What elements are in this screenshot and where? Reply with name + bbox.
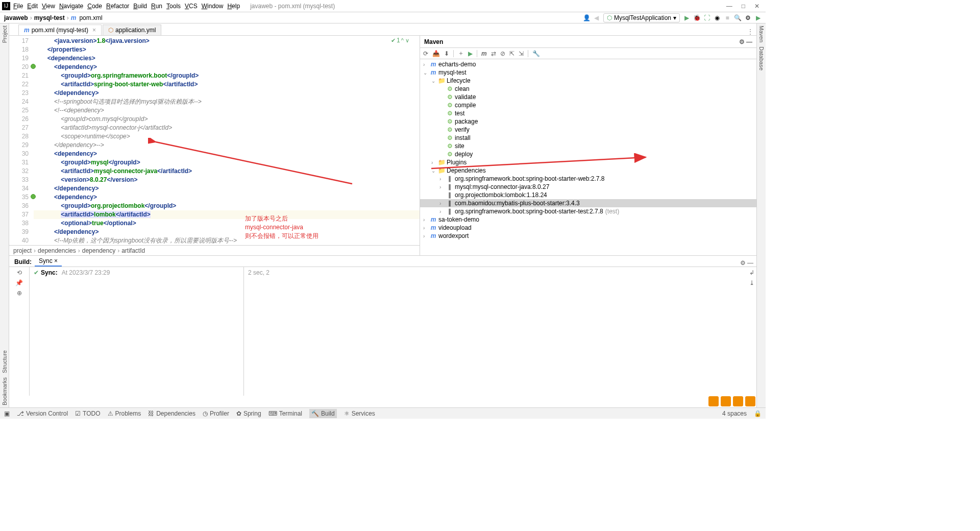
status-tool-terminal[interactable]: ⌨Terminal xyxy=(268,409,302,418)
tree-item[interactable]: ⚙site xyxy=(420,142,756,150)
build-tree[interactable]: ✔ Sync: At 2023/3/7 23:29 xyxy=(30,267,244,396)
restart-icon[interactable]: ⟲ xyxy=(17,269,22,276)
tree-item[interactable]: ∥org.projectlombok:lombok:1.18.24 xyxy=(420,191,756,199)
generate-icon[interactable]: 📥 xyxy=(432,50,440,57)
status-tool-profiler[interactable]: ◷Profiler xyxy=(203,409,229,418)
status-tool-dependencies[interactable]: ⛓Dependencies xyxy=(148,409,195,418)
menu-item[interactable]: Run xyxy=(151,3,162,10)
lock-icon[interactable]: 🔒 xyxy=(754,410,762,417)
tree-item[interactable]: ⚙validate xyxy=(420,93,756,101)
tree-item[interactable]: ⚙clean xyxy=(420,85,756,93)
add-icon[interactable]: ＋ xyxy=(458,49,464,58)
menu-item[interactable]: File xyxy=(13,3,23,10)
inspection-widget[interactable]: ✔ 1 ^ ∨ xyxy=(391,37,409,44)
minimize-icon[interactable]: — xyxy=(726,3,732,10)
breadcrumb-item[interactable]: pom.xml xyxy=(79,14,102,21)
close-icon[interactable]: ✕ xyxy=(754,3,760,10)
download-icon[interactable]: ⬇ xyxy=(444,50,449,57)
gear-icon[interactable]: ⚙ — xyxy=(739,38,752,45)
tree-item[interactable]: ›mwordexport xyxy=(420,232,756,240)
menu-item[interactable]: Window xyxy=(202,3,224,10)
editor-tab[interactable]: m pom.xml (mysql-test) × xyxy=(18,25,102,35)
tree-item[interactable]: ›∥org.springframework.boot:spring-boot-s… xyxy=(420,207,756,215)
tree-item[interactable]: ⌄📁Dependencies xyxy=(420,166,756,175)
menu-item[interactable]: Help xyxy=(227,3,240,10)
tree-item[interactable]: ⚙verify xyxy=(420,126,756,134)
build-output[interactable]: 2 sec, 2 ↲ ⤓ xyxy=(244,267,756,396)
status-tool-services[interactable]: ⚛Services xyxy=(344,409,375,418)
tree-item[interactable]: ⌄📁Lifecycle xyxy=(420,77,756,85)
structure-tool-button[interactable]: Structure xyxy=(2,348,8,375)
coverage-icon[interactable]: ⛶ xyxy=(703,14,710,21)
tree-item[interactable]: ⚙install xyxy=(420,134,756,142)
target-icon[interactable]: ⊕ xyxy=(17,289,22,297)
status-tool-version control[interactable]: ⎇Version Control xyxy=(17,409,68,418)
tree-item[interactable]: ⌄mmysql-test xyxy=(420,68,756,77)
database-tool-button[interactable]: Database xyxy=(758,44,765,73)
play-icon[interactable]: ▶ xyxy=(754,14,762,21)
maven-icon[interactable]: m xyxy=(481,50,487,57)
tree-item[interactable]: ⚙test xyxy=(420,109,756,117)
build-tab-sync[interactable]: Sync × xyxy=(35,256,62,267)
maximize-icon[interactable]: □ xyxy=(742,3,745,10)
back-icon[interactable]: ◀ xyxy=(593,14,600,21)
wrench-icon[interactable]: 🔧 xyxy=(532,50,540,57)
status-tool-spring[interactable]: ✿Spring xyxy=(236,409,261,418)
status-tool-build[interactable]: 🔨Build xyxy=(309,409,337,418)
menu-item[interactable]: Tools xyxy=(166,3,181,10)
gear-icon[interactable]: ⚙ xyxy=(744,14,751,21)
tree-item[interactable]: ›∥org.springframework.boot:spring-boot-s… xyxy=(420,175,756,183)
maven-tool-button[interactable]: Maven xyxy=(758,23,765,44)
bookmarks-tool-button[interactable]: Bookmarks xyxy=(2,375,8,407)
user-icon[interactable]: 👤 xyxy=(583,14,590,21)
tree-item[interactable]: ›msa-token-demo xyxy=(420,215,756,224)
crumb-item[interactable]: project xyxy=(13,247,32,254)
tab-menu-icon[interactable]: ⋮ xyxy=(744,28,756,35)
crumb-item[interactable]: dependencies xyxy=(38,247,76,254)
breadcrumb-item[interactable]: javaweb xyxy=(4,14,28,21)
menu-item[interactable]: Edit xyxy=(27,3,38,10)
menu-item[interactable]: Navigate xyxy=(59,3,83,10)
expand-icon[interactable]: ⇱ xyxy=(509,50,514,57)
toggle-icon[interactable]: ⇄ xyxy=(491,50,496,57)
reload-icon[interactable]: ⟳ xyxy=(423,50,428,57)
status-tool-todo[interactable]: ☑TODO xyxy=(75,409,100,418)
tool-window-icon[interactable]: ▣ xyxy=(4,410,10,417)
debug-icon[interactable]: 🐞 xyxy=(693,14,700,21)
menu-item[interactable]: Code xyxy=(87,3,102,10)
run-config-selector[interactable]: ⬡ MysqlTestApplication ▾ xyxy=(603,13,680,22)
offline-icon[interactable]: ⊘ xyxy=(500,50,505,57)
indent-status[interactable]: 4 spaces xyxy=(722,410,747,417)
menu-item[interactable]: Refactor xyxy=(106,3,129,10)
wrap-icon[interactable]: ↲ xyxy=(749,269,754,276)
pin-icon[interactable]: 📌 xyxy=(15,279,23,286)
tree-item[interactable]: ›mecharts-demo xyxy=(420,60,756,68)
editor-tab[interactable]: ⬡ application.yml xyxy=(103,25,161,35)
menu-item[interactable]: VCS xyxy=(185,3,198,10)
tree-item[interactable]: ›📁Plugins xyxy=(420,158,756,166)
menu-item[interactable]: View xyxy=(42,3,55,10)
code-editor[interactable]: 1718192021222324252627282930313233343536… xyxy=(9,36,420,255)
code-content[interactable]: <java.version>1.8</java.version> </prope… xyxy=(34,36,420,245)
project-tool-button[interactable]: Project xyxy=(2,23,8,45)
status-tool-problems[interactable]: ⚠Problems xyxy=(108,409,141,418)
gear-icon[interactable]: ⚙ — xyxy=(737,259,756,267)
run-icon[interactable]: ▶ xyxy=(683,14,690,21)
profiler-icon[interactable]: ◉ xyxy=(714,14,721,21)
crumb-item[interactable]: dependency xyxy=(82,247,115,254)
scroll-icon[interactable]: ⤓ xyxy=(749,279,754,286)
menu-item[interactable]: Build xyxy=(133,3,147,10)
tree-item[interactable]: ⚙package xyxy=(420,117,756,126)
breadcrumb-item[interactable]: mysql-test xyxy=(34,14,65,21)
tree-item[interactable]: ›∥com.baomidou:mybatis-plus-boot-starter… xyxy=(420,199,756,207)
maven-tree[interactable]: ›mecharts-demo⌄mmysql-test⌄📁Lifecycle⚙cl… xyxy=(420,59,756,255)
run-icon[interactable]: ▶ xyxy=(468,50,473,57)
collapse-icon[interactable]: ⇲ xyxy=(519,50,524,57)
tree-item[interactable]: ›mvideoupload xyxy=(420,224,756,232)
tree-item[interactable]: ⚙deploy xyxy=(420,150,756,158)
close-tab-icon[interactable]: × xyxy=(92,27,96,34)
search-icon[interactable]: 🔍 xyxy=(734,14,741,21)
stop-icon[interactable]: ■ xyxy=(724,14,731,21)
crumb-item[interactable]: artifactId xyxy=(121,247,145,254)
tree-item[interactable]: ›∥mysql:mysql-connector-java:8.0.27 xyxy=(420,183,756,191)
